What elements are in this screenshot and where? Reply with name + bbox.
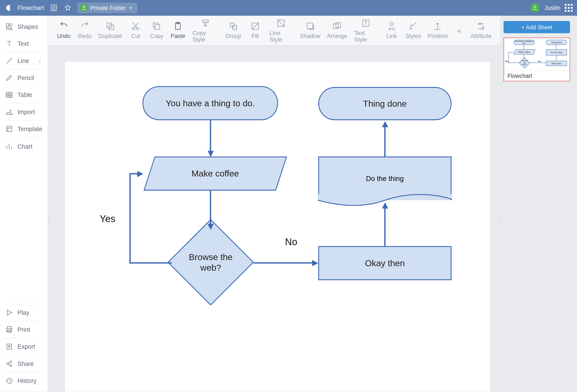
apps-grid-icon[interactable] <box>565 4 573 12</box>
toolbar-fill-button[interactable]: Fill <box>245 21 266 39</box>
node-done-label: Thing done <box>363 98 407 109</box>
toolbar-position-button[interactable]: Position <box>425 21 451 39</box>
textstyle-icon <box>361 18 371 28</box>
toolbar-styles-button[interactable]: Styles <box>402 21 425 39</box>
add-sheet-button[interactable]: + Add Sheet <box>504 21 570 33</box>
toolbar-paste-button[interactable]: Paste <box>167 21 189 39</box>
arrow-head-icon <box>382 121 388 127</box>
svg-rect-24 <box>230 23 234 27</box>
sidebar-item-print[interactable]: Print <box>5 321 42 338</box>
right-panel: + Add Sheet You have a thing to do. Thin… <box>500 16 577 392</box>
toolbar-textstyle-button[interactable]: Text Style <box>350 18 381 43</box>
styles-icon <box>409 21 418 31</box>
thumbnail-label: Flowchart <box>504 71 570 81</box>
sidebar-item-share[interactable]: Share <box>5 355 42 372</box>
sidebar-item-label: Play <box>17 309 29 316</box>
toolbar-label: Position <box>428 33 448 39</box>
toolbar-undo-button[interactable]: Undo <box>53 21 74 39</box>
arrow-line <box>129 173 138 174</box>
sidebar-item-export[interactable]: Export <box>5 338 42 355</box>
arrow-head-icon <box>208 224 214 230</box>
document-title[interactable]: Flowchart <box>17 4 44 11</box>
pencil-icon <box>5 74 13 82</box>
node-do[interactable]: Do the thing <box>318 157 451 200</box>
star-icon[interactable] <box>63 3 72 12</box>
undo-icon <box>59 21 69 31</box>
sidebar-item-label: Print <box>17 326 30 333</box>
panel-expand-left-icon[interactable]: ‹ <box>48 210 51 227</box>
svg-point-33 <box>482 28 484 30</box>
copy-icon <box>152 21 161 31</box>
sidebar-item-label: Shapes <box>17 23 38 30</box>
node-browse[interactable]: Browse the web? <box>167 219 254 305</box>
share-icon <box>5 360 13 368</box>
toolbar-overflow-icon[interactable]: « <box>451 27 467 34</box>
arrow-head-icon <box>312 260 318 266</box>
sidebar-item-pencil[interactable]: Pencil <box>5 70 42 87</box>
attribute-icon <box>476 21 486 31</box>
node-start-label: You have a thing to do. <box>166 98 255 108</box>
node-okay[interactable]: Okay then <box>318 246 451 280</box>
line-icon <box>5 57 13 65</box>
toolbar-shadow-button[interactable]: Shadow <box>297 21 324 39</box>
svg-point-3 <box>534 6 536 8</box>
toolbar-duplicate-button[interactable]: Duplicate <box>95 21 125 39</box>
node-okay-label: Okay then <box>365 258 405 268</box>
toolbar-attribute-button[interactable]: Attribute <box>467 21 495 39</box>
svg-point-5 <box>9 24 12 26</box>
panel-expand-right-icon[interactable]: › <box>498 210 500 227</box>
sidebar-item-template[interactable]: Template <box>5 121 42 138</box>
node-browse-label: Browse the web? <box>181 252 240 273</box>
canvas[interactable]: ‹ › You have a thing to do. Thing done M… <box>48 45 500 392</box>
user-name[interactable]: Justin <box>544 4 560 11</box>
left-sidebar: ShapesTextLinePencilTableImportTemplateC… <box>0 16 48 392</box>
toolbar-copystyle-button[interactable]: Copy Style <box>189 18 222 43</box>
svg-rect-0 <box>51 5 56 11</box>
toolbar: UndoRedoDuplicateCutCopyPasteCopy StyleG… <box>48 16 500 45</box>
arrow-line <box>210 120 211 152</box>
arrow-head-icon <box>137 171 144 177</box>
toolbar-label: Shadow <box>300 33 321 39</box>
toolbar-redo-button[interactable]: Redo <box>74 21 95 39</box>
node-done[interactable]: Thing done <box>318 87 451 120</box>
arrow-line <box>210 190 211 225</box>
toolbar-arrange-button[interactable]: Arrange <box>324 21 350 39</box>
toolbar-copy-button[interactable]: Copy <box>146 21 167 39</box>
sheet-thumbnail[interactable]: You have a thing to do. Thing done Make … <box>504 37 570 81</box>
linestyle-icon <box>276 18 286 28</box>
sidebar-item-import[interactable]: Import <box>5 104 42 120</box>
arrow-line <box>253 262 313 263</box>
toolbar-group-button[interactable]: Group <box>222 21 245 39</box>
node-start[interactable]: You have a thing to do. <box>143 86 278 120</box>
page[interactable]: You have a thing to do. Thing done Make … <box>65 62 490 392</box>
sidebar-item-label: History <box>17 377 36 384</box>
sidebar-item-shapes[interactable]: Shapes <box>5 18 42 36</box>
toolbar-linestyle-button[interactable]: Line Style <box>266 18 297 43</box>
node-coffee[interactable]: Make coffee <box>144 157 287 191</box>
folder-dropdown[interactable]: Private Folder <box>77 2 137 13</box>
arrow-line <box>384 126 385 157</box>
app-logo-icon[interactable] <box>4 4 12 12</box>
toolbar-label: Fill <box>251 33 259 39</box>
toolbar-link-button[interactable]: Link <box>381 21 402 39</box>
toolbar-label: Line Style <box>270 30 293 43</box>
toolbar-cut-button[interactable]: Cut <box>125 21 146 39</box>
chevron-down-icon <box>128 6 133 10</box>
contacts-icon[interactable] <box>49 3 58 12</box>
sidebar-item-history[interactable]: History <box>5 372 42 389</box>
sidebar-item-play[interactable]: Play <box>5 304 42 321</box>
arrow-line <box>384 208 385 246</box>
sidebar-item-table[interactable]: Table <box>5 87 42 104</box>
sidebar-item-label: Chart <box>17 143 33 150</box>
toolbar-label: Attribute <box>470 33 492 39</box>
node-coffee-label: Make coffee <box>192 168 239 178</box>
sidebar-item-text[interactable]: Text <box>5 36 42 52</box>
folder-label: Private Folder <box>90 5 126 11</box>
svg-point-14 <box>10 361 12 363</box>
svg-point-15 <box>10 365 12 366</box>
sidebar-item-label: Line <box>17 57 29 64</box>
sidebar-item-chart[interactable]: Chart <box>5 138 42 155</box>
node-do-label: Do the thing <box>366 175 404 183</box>
user-avatar[interactable] <box>530 3 540 12</box>
sidebar-item-line[interactable]: Line <box>5 52 42 69</box>
